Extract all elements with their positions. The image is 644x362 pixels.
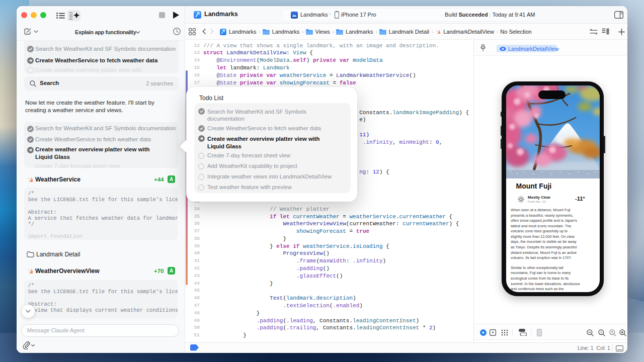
svg-text:1: 1 [600, 330, 602, 334]
